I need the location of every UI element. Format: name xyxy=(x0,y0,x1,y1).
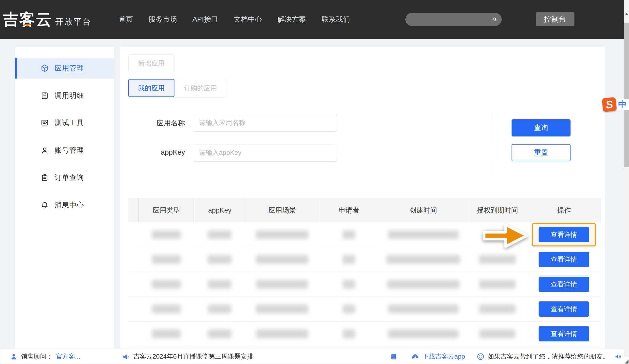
apps-table: 应用类型appKey应用场景申请者创建时间授权到期时间操作 查看详情查看详情查看… xyxy=(128,198,601,346)
redacted-value xyxy=(152,255,181,264)
app-name-input[interactable] xyxy=(193,114,337,132)
audio-toggle[interactable] xyxy=(614,353,622,361)
column-header: 创建时间 xyxy=(379,198,468,222)
ime-language-badge[interactable]: 中 xyxy=(615,99,629,110)
table-row: 查看详情 xyxy=(128,297,601,322)
action-cell: 查看详情 xyxy=(527,322,601,346)
view-details-button[interactable]: 查看详情 xyxy=(539,227,589,242)
sidebar-item-call-details[interactable]: 调用明细 xyxy=(15,85,114,106)
nav-docs[interactable]: 文档中心 xyxy=(234,14,262,24)
tab-subscribed-apps[interactable]: 订购的应用 xyxy=(174,79,227,97)
clipboard-icon xyxy=(40,174,49,182)
announcement-text[interactable]: 吉客云2024年6月直播课堂第三周课题安排 xyxy=(134,352,253,361)
redacted-value xyxy=(152,329,181,338)
redacted-value xyxy=(388,329,459,338)
vertical-scrollbar[interactable] xyxy=(624,0,629,357)
announcement[interactable]: 吉客云2024年6月直播课堂第三周课题安排 xyxy=(122,352,253,361)
row-spacer-cell xyxy=(128,247,138,272)
redacted-value xyxy=(152,230,181,239)
column-header: 应用类型 xyxy=(138,198,194,222)
top-navigation: 首页 服务市场 API接口 文档中心 解决方案 联系我们 xyxy=(119,0,350,39)
table-row: 查看详情 xyxy=(128,247,601,272)
ime-indicator[interactable]: S 中 xyxy=(603,98,629,111)
sales-consultant: 销售顾问： 官方客... xyxy=(9,352,80,361)
sidebar-item-test-tools[interactable]: 测试工具 xyxy=(15,112,114,133)
table-cell xyxy=(319,272,379,296)
nav-contact[interactable]: 联系我们 xyxy=(322,14,350,24)
sidebar-item-message-center[interactable]: 消息中心 xyxy=(15,195,114,215)
notes-shortcut[interactable] xyxy=(390,353,398,361)
table-cell xyxy=(194,272,245,296)
row-spacer-cell xyxy=(128,297,138,321)
smiley-icon xyxy=(476,353,485,361)
view-details-button[interactable]: 查看详情 xyxy=(539,277,589,292)
redacted-value xyxy=(256,255,308,264)
tab-my-apps[interactable]: 我的应用 xyxy=(128,79,174,97)
column-header: appKey xyxy=(194,198,245,222)
query-button[interactable]: 查询 xyxy=(511,119,571,136)
resize-corner-handle[interactable] xyxy=(625,360,629,364)
column-header: 操作 xyxy=(527,198,601,222)
table-cell xyxy=(245,322,319,346)
nav-home[interactable]: 首页 xyxy=(119,14,133,24)
bill-icon xyxy=(40,91,49,100)
appkey-input[interactable] xyxy=(193,144,337,162)
table-cell xyxy=(379,297,468,321)
megaphone-icon xyxy=(122,353,131,361)
scrollbar-thumb[interactable] xyxy=(624,23,629,167)
redacted-value xyxy=(386,255,460,264)
view-details-button[interactable]: 查看详情 xyxy=(539,326,589,341)
redacted-value xyxy=(208,255,232,264)
download-link[interactable]: 下载吉客云app xyxy=(422,352,465,361)
column-header: 应用场景 xyxy=(245,198,319,222)
redacted-value xyxy=(479,329,515,338)
search-icon[interactable] xyxy=(492,16,497,23)
view-details-button[interactable]: 查看详情 xyxy=(539,252,589,267)
header-search-input[interactable] xyxy=(410,13,492,26)
table-cell xyxy=(319,247,379,272)
view-details-button[interactable]: 查看详情 xyxy=(539,301,589,317)
official-support-link[interactable]: 官方客... xyxy=(56,352,80,361)
person-icon xyxy=(9,353,18,361)
cube-icon xyxy=(40,64,49,72)
download-app[interactable]: 下载吉客云app xyxy=(411,352,465,361)
table-header-row: 应用类型appKey应用场景申请者创建时间授权到期时间操作 xyxy=(128,198,601,222)
console-button[interactable]: 控制台 xyxy=(536,12,574,26)
table-cell xyxy=(319,297,379,321)
add-app-button[interactable]: 新增应用 xyxy=(128,55,174,72)
redacted-value xyxy=(388,230,459,239)
table-row: 查看详情 xyxy=(128,272,601,297)
table-cell xyxy=(468,297,527,321)
table-cell xyxy=(194,247,245,272)
header-spacer-cell xyxy=(128,198,138,222)
reset-button[interactable]: 重置 xyxy=(511,144,571,161)
redacted-value xyxy=(388,305,459,313)
sidebar-item-account-management[interactable]: 账号管理 xyxy=(15,140,114,161)
redacted-value xyxy=(152,280,181,289)
sogou-badge[interactable]: S xyxy=(602,97,617,112)
sidebar-item-app-management[interactable]: 应用管理 xyxy=(15,58,114,79)
column-header: 授权到期时间 xyxy=(468,198,527,222)
table-cell xyxy=(138,247,194,272)
code-monitor-icon xyxy=(40,119,49,127)
redacted-value xyxy=(342,305,355,313)
redacted-value xyxy=(256,329,308,338)
sidebar-item-order-query[interactable]: 订单查询 xyxy=(15,167,114,188)
speaker-icon xyxy=(614,353,622,361)
nav-api[interactable]: API接口 xyxy=(192,14,218,24)
recommend-text: 如果吉客云帮到了您，请推荐给您的朋友。 xyxy=(488,352,609,361)
sidebar: 应用管理 调用明细 测试工具 账号管理 xyxy=(15,47,114,351)
scroll-up-arrow-icon[interactable] xyxy=(625,13,628,15)
footer-bar: 销售顾问： 官方客... 吉客云2024年6月直播课堂第三周课题安排 下载吉客云… xyxy=(0,349,629,364)
nav-service-market[interactable]: 服务市场 xyxy=(149,14,177,24)
table-cell xyxy=(138,222,194,247)
header-search-box[interactable] xyxy=(405,13,502,26)
table-cell xyxy=(245,272,319,296)
table-cell xyxy=(319,322,379,346)
nav-solutions[interactable]: 解决方案 xyxy=(278,14,306,24)
redacted-value xyxy=(479,255,516,264)
logo-flame-icon xyxy=(22,23,33,27)
table-cell xyxy=(379,247,468,272)
redacted-value xyxy=(342,255,355,264)
table-cell xyxy=(138,322,194,346)
